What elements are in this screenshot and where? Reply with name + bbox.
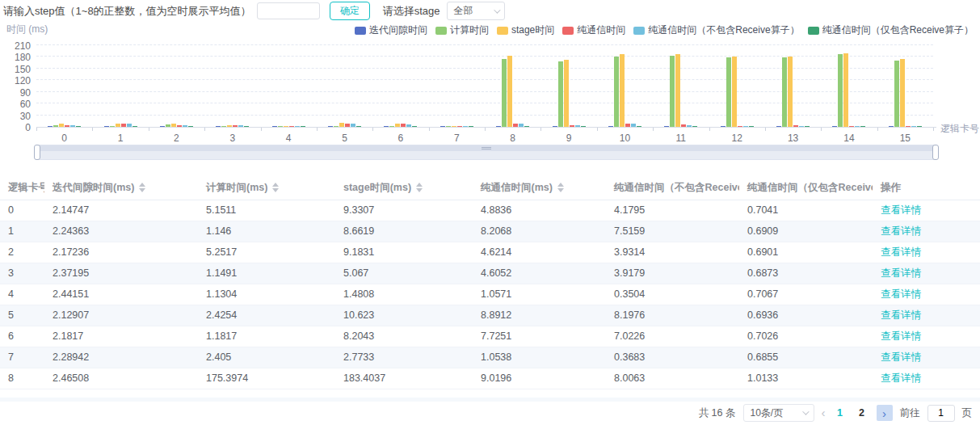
bar[interactable] <box>507 56 512 127</box>
view-details-link[interactable]: 查看详情 <box>881 204 921 216</box>
x-tick-mark <box>540 128 541 131</box>
sort-caret-icon[interactable] <box>416 183 423 192</box>
view-details-link[interactable]: 查看详情 <box>881 246 921 258</box>
view-details-link[interactable]: 查看详情 <box>881 372 921 384</box>
table-cell: 4.6052 <box>473 263 606 284</box>
legend-item[interactable]: 迭代间隙时间 <box>355 23 427 37</box>
page-number-2[interactable]: 2 <box>855 407 869 419</box>
view-details-link[interactable]: 查看详情 <box>881 288 921 300</box>
step-input[interactable] <box>257 2 320 19</box>
x-tick-mark <box>149 128 149 131</box>
x-tick-label: 0 <box>61 133 67 144</box>
data-zoom-slider[interactable] <box>36 145 936 160</box>
table-cell: 10.623 <box>335 305 473 326</box>
table-cell: 2.37195 <box>44 263 198 284</box>
column-header[interactable]: 计算时间(ms) <box>198 176 335 200</box>
legend-item[interactable]: stage时间 <box>497 23 554 37</box>
table-cell-action: 查看详情 <box>873 368 980 389</box>
x-tick-label: 11 <box>676 133 686 144</box>
legend-label: 计算时间 <box>450 23 489 37</box>
column-header-label: 纯通信时间(ms) <box>481 182 553 193</box>
legend-item[interactable]: 纯通信时间（不包含Receive算子） <box>633 23 799 37</box>
bar[interactable] <box>894 61 899 127</box>
table-cell: 2.28942 <box>44 347 198 368</box>
bar[interactable] <box>900 59 905 127</box>
view-details-link[interactable]: 查看详情 <box>881 330 921 342</box>
table-cell-action: 查看详情 <box>873 326 980 347</box>
page-number-1[interactable]: 1 <box>833 407 848 419</box>
bar[interactable] <box>843 53 848 127</box>
column-header[interactable]: 纯通信时间（不包含Receive... <box>606 176 739 200</box>
table-row: 62.18171.18178.20437.72517.02260.7026查看详… <box>0 326 980 347</box>
bar[interactable] <box>502 59 507 127</box>
bar[interactable] <box>564 60 569 127</box>
data-zoom-left-handle[interactable] <box>34 145 40 160</box>
bar[interactable] <box>620 54 625 127</box>
table-cell: 2.46508 <box>44 368 198 389</box>
legend-swatch-icon <box>355 27 366 35</box>
bar[interactable] <box>726 57 731 127</box>
table-cell: 0.6936 <box>739 305 873 326</box>
y-tick-label: 210 <box>2 40 31 52</box>
goto-label: 前往 <box>900 406 920 420</box>
column-header[interactable]: 纯通信时间（仅包含Receive... <box>739 176 873 200</box>
sort-caret-icon[interactable] <box>557 183 564 192</box>
bar[interactable] <box>782 57 787 127</box>
step-input-label: 请输入step值（1~8的正整数，值为空时展示平均值） <box>3 4 251 19</box>
page-size-value: 10条/页 <box>751 406 784 420</box>
confirm-button[interactable]: 确定 <box>330 2 370 20</box>
next-page-button[interactable]: › <box>877 405 893 421</box>
data-zoom-right-handle[interactable] <box>932 145 939 160</box>
x-tick-mark <box>597 128 598 131</box>
table-cell: 1 <box>0 221 44 242</box>
bar[interactable] <box>558 61 563 127</box>
stage-select-label: 请选择stage <box>383 4 440 19</box>
y-tick-label: 0 <box>2 122 31 133</box>
table-row: 12.243631.1468.66198.20687.51590.6909查看详… <box>0 221 980 242</box>
table-cell: 4.8836 <box>473 200 606 221</box>
x-tick-mark <box>485 128 486 131</box>
bar[interactable] <box>614 57 619 127</box>
table-cell: 8 <box>0 368 44 389</box>
legend-label: stage时间 <box>511 23 554 37</box>
table-cell: 1.4808 <box>335 284 473 305</box>
view-details-link[interactable]: 查看详情 <box>881 225 921 237</box>
bar[interactable] <box>788 57 793 127</box>
column-header[interactable]: stage时间(ms) <box>335 176 473 200</box>
column-header-label: 操作 <box>881 182 901 193</box>
bar[interactable] <box>732 57 737 127</box>
legend-item[interactable]: 计算时间 <box>435 23 489 37</box>
table-cell: 2.1817 <box>44 326 198 347</box>
x-tick-label: 4 <box>286 133 292 144</box>
view-details-link[interactable]: 查看详情 <box>881 351 921 363</box>
column-header[interactable]: 迭代间隙时间(ms) <box>44 176 198 200</box>
bar[interactable] <box>670 56 675 127</box>
gridline <box>36 44 933 45</box>
page-size-select[interactable]: 10条/页 <box>743 404 814 422</box>
x-tick-mark <box>317 128 318 131</box>
table-row-partial <box>0 398 980 402</box>
view-details-link[interactable]: 查看详情 <box>881 267 921 279</box>
table-cell: 1.0538 <box>473 347 606 368</box>
table-row: 32.371951.14915.0674.60523.91790.6873查看详… <box>0 263 980 284</box>
legend-label: 纯通信时间 <box>577 23 625 37</box>
sort-caret-icon[interactable] <box>139 183 145 192</box>
table-cell-action: 查看详情 <box>873 284 980 305</box>
timing-bar-chart: 时间 (ms) 迭代间隙时间计算时间stage时间纯通信时间纯通信时间（不包含R… <box>0 21 980 165</box>
column-header[interactable]: 纯通信时间(ms) <box>473 176 606 200</box>
gridline <box>36 103 933 103</box>
bar[interactable] <box>838 54 843 127</box>
view-details-link[interactable]: 查看详情 <box>881 309 921 321</box>
legend-item[interactable]: 纯通信时间（仅包含Receive算子） <box>808 23 974 37</box>
stage-select[interactable]: 全部 <box>447 2 505 20</box>
sort-caret-icon[interactable] <box>272 183 279 192</box>
goto-page-input[interactable] <box>927 405 955 422</box>
prev-page-button[interactable]: ‹ <box>822 405 826 421</box>
table-cell-action: 查看详情 <box>873 200 980 221</box>
x-tick-mark <box>765 128 766 131</box>
table-cell: 1.1817 <box>198 326 335 347</box>
page-number-list: 12 <box>833 407 869 419</box>
bar[interactable] <box>675 54 680 127</box>
x-tick-label: 13 <box>788 133 798 144</box>
legend-item[interactable]: 纯通信时间 <box>562 23 625 37</box>
